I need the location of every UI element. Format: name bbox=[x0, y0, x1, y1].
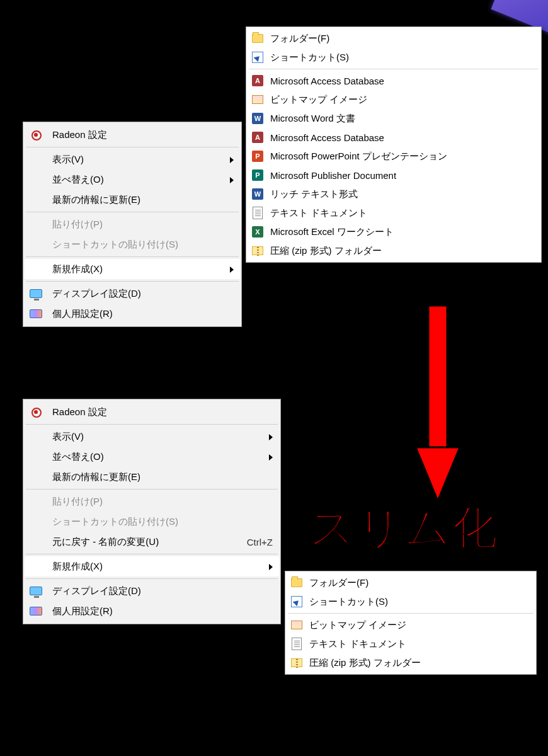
menu-label: 貼り付け(P) bbox=[49, 219, 234, 231]
submenu-label: テキスト ドキュメント bbox=[270, 207, 367, 219]
menu-item-new[interactable]: 新規作成(X) bbox=[25, 259, 240, 279]
radeon-icon bbox=[28, 404, 43, 420]
separator bbox=[26, 554, 278, 554]
menu-item-display-settings[interactable]: ディスプレイ設定(D) bbox=[25, 581, 279, 601]
submenu-label: ショートカット(S) bbox=[270, 52, 349, 64]
powerpoint-icon: P bbox=[251, 150, 264, 163]
menu-item-personalize[interactable]: 個人用設定(R) bbox=[25, 601, 279, 621]
radeon-icon bbox=[28, 127, 43, 142]
separator bbox=[26, 489, 278, 490]
submenu-label: リッチ テキスト形式 bbox=[270, 188, 358, 200]
menu-item-sort[interactable]: 並べ替え(O) bbox=[25, 447, 279, 467]
menu-item-sort[interactable]: 並べ替え(O) bbox=[25, 169, 240, 190]
separator bbox=[26, 256, 239, 257]
menu-label: 元に戻す - 名前の変更(U) bbox=[49, 536, 233, 548]
submenu-item-access[interactable]: A Microsoft Access Database bbox=[248, 128, 540, 147]
submenu-arrow-icon bbox=[225, 264, 234, 275]
folder-icon bbox=[251, 32, 264, 45]
svg-rect-0 bbox=[428, 306, 447, 450]
menu-label: Radeon 設定 bbox=[49, 406, 273, 418]
menu-item-paste-shortcut: ショートカットの貼り付け(S) bbox=[25, 234, 240, 255]
publisher-icon: P bbox=[251, 169, 264, 181]
submenu-item-bitmap[interactable]: ビットマップ イメージ bbox=[287, 616, 535, 634]
submenu-arrow-icon bbox=[264, 452, 273, 462]
menu-label: 並べ替え(O) bbox=[49, 451, 259, 463]
submenu-item-zip[interactable]: 圧縮 (zip 形式) フォルダー bbox=[287, 653, 535, 672]
excel-icon: X bbox=[251, 226, 264, 238]
separator bbox=[26, 281, 239, 282]
shortcut-icon bbox=[290, 595, 303, 608]
svg-marker-1 bbox=[416, 447, 460, 501]
submenu-item-shortcut[interactable]: ショートカット(S) bbox=[248, 48, 540, 67]
submenu-item-folder[interactable]: フォルダー(F) bbox=[248, 29, 540, 48]
menu-label: 表示(V) bbox=[49, 431, 259, 443]
submenu-arrow-icon bbox=[264, 561, 273, 572]
access-icon: A bbox=[251, 74, 264, 87]
menu-label: 最新の情報に更新(E) bbox=[49, 471, 273, 483]
bitmap-icon bbox=[251, 93, 264, 106]
menu-label: 表示(V) bbox=[49, 154, 220, 166]
submenu-item-excel[interactable]: X Microsoft Excel ワークシート bbox=[248, 222, 540, 241]
menu-label: ディスプレイ設定(D) bbox=[49, 288, 234, 300]
desktop-context-menu-after: Radeon 設定 表示(V) 並べ替え(O) 最新の情報に更新(E) 貼り付け… bbox=[23, 399, 281, 624]
shortcut-icon bbox=[251, 51, 264, 64]
menu-item-refresh[interactable]: 最新の情報に更新(E) bbox=[25, 190, 240, 210]
menu-label: 貼り付け(P) bbox=[49, 496, 273, 508]
menu-label: 個人用設定(R) bbox=[49, 308, 234, 320]
submenu-label: Microsoft Access Database bbox=[270, 76, 384, 86]
submenu-label: テキスト ドキュメント bbox=[309, 638, 406, 650]
submenu-item-text[interactable]: テキスト ドキュメント bbox=[287, 634, 535, 653]
submenu-item-powerpoint[interactable]: P Microsoft PowerPoint プレゼンテーション bbox=[248, 147, 540, 166]
submenu-item-publisher[interactable]: P Microsoft Publisher Document bbox=[248, 166, 540, 185]
access-icon: A bbox=[251, 131, 264, 144]
submenu-item-word[interactable]: W Microsoft Word 文書 bbox=[248, 109, 540, 128]
submenu-label: Microsoft PowerPoint プレゼンテーション bbox=[270, 151, 447, 163]
monitor-icon bbox=[28, 583, 43, 598]
menu-item-paste: 貼り付け(P) bbox=[25, 491, 279, 512]
menu-item-undo[interactable]: 元に戻す - 名前の変更(U) Ctrl+Z bbox=[25, 532, 279, 552]
bitmap-icon bbox=[290, 619, 303, 631]
menu-item-refresh[interactable]: 最新の情報に更新(E) bbox=[25, 467, 279, 487]
separator bbox=[26, 212, 239, 212]
menu-item-radeon[interactable]: Radeon 設定 bbox=[25, 125, 240, 145]
menu-item-personalize[interactable]: 個人用設定(R) bbox=[25, 304, 240, 324]
submenu-label: 圧縮 (zip 形式) フォルダー bbox=[309, 657, 421, 669]
transition-arrow-icon bbox=[409, 306, 466, 507]
submenu-item-bitmap[interactable]: ビットマップ イメージ bbox=[248, 90, 540, 109]
rtf-icon: W bbox=[251, 188, 264, 200]
menu-item-new[interactable]: 新規作成(X) bbox=[25, 556, 279, 576]
submenu-label: ショートカット(S) bbox=[309, 596, 388, 608]
submenu-item-zip[interactable]: 圧縮 (zip 形式) フォルダー bbox=[248, 241, 540, 260]
text-file-icon bbox=[251, 207, 264, 219]
menu-label: 最新の情報に更新(E) bbox=[49, 194, 234, 206]
menu-label: ディスプレイ設定(D) bbox=[49, 585, 273, 597]
menu-item-view[interactable]: 表示(V) bbox=[25, 427, 279, 447]
menu-item-display-settings[interactable]: ディスプレイ設定(D) bbox=[25, 284, 240, 304]
submenu-label: 圧縮 (zip 形式) フォルダー bbox=[270, 245, 382, 257]
separator bbox=[26, 578, 278, 579]
shortcut-key: Ctrl+Z bbox=[238, 537, 273, 547]
submenu-item-text[interactable]: テキスト ドキュメント bbox=[248, 203, 540, 222]
text-file-icon bbox=[290, 638, 303, 650]
submenu-item-rtf[interactable]: W リッチ テキスト形式 bbox=[248, 185, 540, 203]
personalize-icon bbox=[28, 604, 43, 619]
separator bbox=[288, 613, 534, 614]
submenu-label: Microsoft Publisher Document bbox=[270, 170, 396, 181]
word-icon: W bbox=[251, 112, 264, 125]
menu-item-paste-shortcut: ショートカットの貼り付け(S) bbox=[25, 512, 279, 532]
menu-item-radeon[interactable]: Radeon 設定 bbox=[25, 402, 279, 422]
submenu-label: フォルダー(F) bbox=[270, 33, 329, 45]
menu-item-paste: 貼り付け(P) bbox=[25, 214, 240, 234]
submenu-label: ビットマップ イメージ bbox=[270, 94, 367, 106]
submenu-item-access[interactable]: A Microsoft Access Database bbox=[248, 71, 540, 90]
separator bbox=[26, 424, 278, 425]
zip-folder-icon bbox=[290, 656, 303, 669]
menu-label: 新規作成(X) bbox=[49, 263, 220, 275]
menu-item-view[interactable]: 表示(V) bbox=[25, 149, 240, 169]
submenu-item-folder[interactable]: フォルダー(F) bbox=[287, 573, 535, 592]
menu-label: ショートカットの貼り付け(S) bbox=[49, 239, 234, 251]
menu-label: 新規作成(X) bbox=[49, 561, 259, 573]
submenu-item-shortcut[interactable]: ショートカット(S) bbox=[287, 592, 535, 611]
menu-label: ショートカットの貼り付け(S) bbox=[49, 516, 273, 528]
separator bbox=[249, 69, 539, 69]
